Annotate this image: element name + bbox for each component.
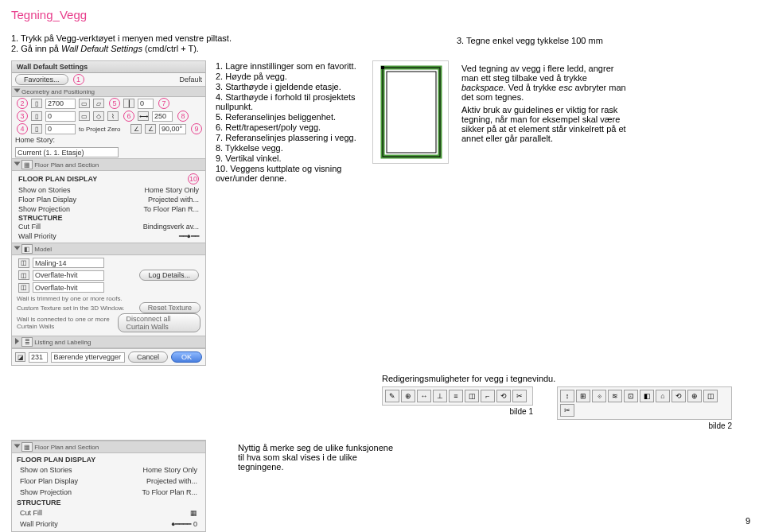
p2-cutfill-label: Cut Fill xyxy=(20,509,42,517)
tool-icon[interactable]: ◧ xyxy=(640,390,654,402)
tool-icon[interactable]: ✂ xyxy=(512,390,527,402)
disclosure-icon-4[interactable] xyxy=(15,338,19,344)
proj-z-input[interactable]: 0 xyxy=(45,124,76,134)
tool-icon[interactable]: ⊞ xyxy=(576,390,590,402)
ref-icon[interactable]: ┃ xyxy=(123,99,134,108)
model-icon: ◧ xyxy=(21,244,33,254)
svg-rect-2 xyxy=(387,72,436,153)
guides-p2: Aktiv bruk av guidelines er viktig for r… xyxy=(461,105,633,143)
tool-icon[interactable]: ≡ xyxy=(449,390,463,402)
thickness-input[interactable]: 250 xyxy=(152,111,173,122)
tool-icon[interactable]: ⊥ xyxy=(433,390,447,402)
tool-icon[interactable]: ⌐ xyxy=(481,390,495,402)
wall-default-settings-panel: Wall Default Settings Favorites... 1 Def… xyxy=(11,60,206,366)
tool-icon[interactable]: ⌂ xyxy=(656,390,670,402)
p2-struct-head: STRUCTURE xyxy=(15,498,202,507)
note-column: Nyttig å merke seg de ulike funksjonene … xyxy=(238,440,397,532)
log-details-button[interactable]: Log Details... xyxy=(139,270,199,281)
tool-icon[interactable]: ◫ xyxy=(465,390,479,402)
wall-prio-slider[interactable]: ━━●━━ xyxy=(179,232,199,240)
favorites-button[interactable]: Favorites... xyxy=(15,74,68,85)
geom-icon-3[interactable]: ⌇ xyxy=(107,111,119,121)
redig-label: Redigeringsmuligheter for vegg i tegnevi… xyxy=(382,374,752,383)
li-1: 1. Lagre innstillinger som en favoritt. xyxy=(216,61,363,71)
tool-icon[interactable]: ⊕ xyxy=(687,390,702,402)
angle-icon-1[interactable]: ∠ xyxy=(130,124,142,134)
cw-note: Wall is connected to one or more Curtain… xyxy=(17,316,115,330)
li-2: 2. Høyde på vegg. xyxy=(216,72,363,81)
p2-wprio-value: 0 xyxy=(193,520,197,528)
tool-icon[interactable]: ⟲ xyxy=(496,390,511,402)
section-model: Model xyxy=(34,246,52,253)
li-7: 7. Referanselinjes plassering i vegg. xyxy=(216,133,363,142)
tool-icon[interactable]: ⟐ xyxy=(592,390,606,402)
surface-icon-2[interactable]: ◫ xyxy=(18,270,29,280)
gp1a: Ved tegning av vegg i flere ledd, angrer… xyxy=(461,64,613,83)
intro-2-pre: 2. Gå inn på xyxy=(11,44,61,53)
p2-wprio-label: Wall Priority xyxy=(20,520,58,528)
p2-cutfill-value[interactable]: ▦ xyxy=(190,509,197,517)
wall-drawing xyxy=(372,60,449,164)
height-input[interactable]: 2700 xyxy=(45,99,76,109)
wall-type-icon-2[interactable]: ▱ xyxy=(93,99,104,108)
gp1d: esc xyxy=(559,83,572,92)
cancel-button[interactable]: Cancel xyxy=(128,351,168,363)
intro-step-3: 3. Tegne enkel vegg tykkelse 100 mm xyxy=(457,36,603,45)
tool-icon[interactable]: ≋ xyxy=(608,390,622,402)
disclosure-icon[interactable] xyxy=(14,89,21,93)
callout-7: 7 xyxy=(158,98,169,109)
tool-icon[interactable]: ✎ xyxy=(385,390,399,402)
tool-icon[interactable]: ⊡ xyxy=(624,390,638,402)
ref-offset-input[interactable]: 0 xyxy=(138,99,154,109)
disclosure-icon-5[interactable] xyxy=(14,444,21,448)
geom-icon-2[interactable]: ◇ xyxy=(93,111,104,121)
p2-sproj-value[interactable]: To Floor Plan R... xyxy=(142,488,197,496)
tool-icon[interactable]: ↕ xyxy=(560,390,574,402)
tool-icon[interactable]: ⟲ xyxy=(672,390,686,402)
layer-select[interactable]: Bærende yttervegger xyxy=(51,352,125,363)
callout-6: 6 xyxy=(123,111,134,122)
p2-fdisp-value[interactable]: Projected with... xyxy=(146,477,197,485)
tool-icon[interactable]: ◫ xyxy=(703,390,718,402)
show-proj-value[interactable]: To Floor Plan R... xyxy=(143,205,199,213)
start-h-input[interactable]: 0 xyxy=(45,111,76,122)
overflate-select-1[interactable]: Overflate-hvit xyxy=(33,270,104,281)
show-stories-value[interactable]: Home Story Only xyxy=(144,186,199,194)
callout-2: 2 xyxy=(17,98,28,109)
callout-1: 1 xyxy=(73,74,84,85)
callout-3: 3 xyxy=(17,111,28,122)
svg-rect-0 xyxy=(383,68,440,157)
overflate-select-2[interactable]: Overflate-hvit xyxy=(33,282,104,293)
reset-texture-button[interactable]: Reset Texture xyxy=(139,302,200,313)
wall-type-icon-1[interactable]: ▭ xyxy=(79,99,90,108)
geom-icon-1[interactable]: ▭ xyxy=(79,111,90,121)
layer-num: 231 xyxy=(29,352,48,363)
li-6: 6. Rett/trapesert/poly vegg. xyxy=(216,122,363,132)
disclosure-icon-3[interactable] xyxy=(14,246,21,250)
fps-icon-2: ▦ xyxy=(21,442,33,452)
p2-wprio-slider[interactable]: ●━━━━ 0 xyxy=(171,520,197,528)
surface-icon-1[interactable]: ◫ xyxy=(18,258,29,268)
p2-show-label: Show on Stories xyxy=(20,466,72,474)
angle-icon-2[interactable]: ∠ xyxy=(145,124,156,134)
tool-icon[interactable]: ↔ xyxy=(417,390,431,402)
tool-icon[interactable]: ⊕ xyxy=(401,390,415,402)
maling-select[interactable]: Maling-14 xyxy=(33,258,104,268)
disclosure-icon-2[interactable] xyxy=(14,161,21,165)
surface-icon-3[interactable]: ◫ xyxy=(18,283,29,293)
fp-disp-value[interactable]: Projected with... xyxy=(148,196,199,204)
numbered-list: 1. Lagre innstillinger som en favoritt. … xyxy=(216,60,363,366)
callout-8: 8 xyxy=(177,111,189,122)
fps-icon: ▦ xyxy=(21,160,33,169)
default-label: Default xyxy=(179,76,202,83)
home-story-select[interactable]: Current (1. 1. Etasje) xyxy=(15,147,119,157)
tool-icon[interactable]: ✂ xyxy=(560,404,574,417)
p2-show-value[interactable]: Home Story Only xyxy=(142,466,197,474)
intro-2-it: Wall Default Settings xyxy=(61,44,142,53)
layer-icon[interactable]: ◪ xyxy=(15,352,25,362)
ok-button[interactable]: OK xyxy=(171,351,202,363)
angle-input[interactable]: 90,00° xyxy=(159,124,186,134)
cut-fill-value[interactable]: Bindingsverk av... xyxy=(143,223,199,231)
fpd-head-2: FLOOR PLAN DISPLAY xyxy=(15,455,202,464)
disconnect-cw-button[interactable]: Disconnect all Curtain Walls xyxy=(118,313,200,332)
